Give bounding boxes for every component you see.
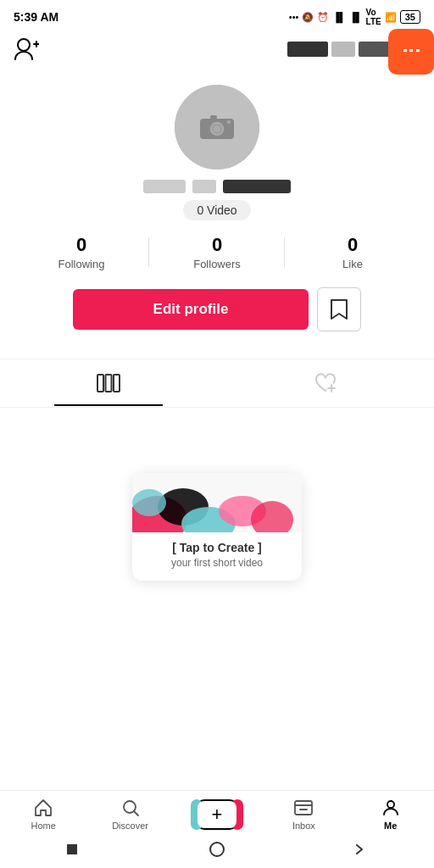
nav-inbox[interactable]: Inbox	[278, 798, 329, 831]
signal-bars2: ▐▌	[349, 12, 363, 22]
followers-label: Followers	[193, 258, 241, 270]
mute-icon: 🔕	[302, 12, 314, 23]
first-video-line2: your first short video	[146, 557, 288, 569]
nav-discover[interactable]: Discover	[105, 798, 156, 831]
svg-rect-10	[114, 375, 120, 392]
likes-count: 0	[348, 234, 358, 256]
back-button[interactable]	[64, 842, 80, 860]
action-buttons: Edit profile	[73, 287, 361, 331]
svg-rect-20	[295, 801, 312, 815]
svg-rect-22	[67, 844, 77, 854]
alarm-icon: ⏰	[317, 12, 329, 23]
following-count: 0	[76, 234, 86, 256]
edit-profile-button[interactable]: Edit profile	[73, 289, 309, 330]
likes-stat[interactable]: 0 Like	[285, 234, 420, 270]
home-icon	[33, 798, 53, 818]
likes-label: Like	[342, 258, 363, 270]
svg-point-5	[214, 125, 220, 132]
status-bar: 5:39 AM ••• 🔕 ⏰ ▐▌ ▐▌ VoLTE 📶 35	[0, 0, 434, 31]
battery-icon: 35	[400, 10, 420, 24]
home-system-icon	[209, 841, 225, 858]
grid-icon	[97, 374, 120, 392]
three-dots-icon: ⋮	[400, 42, 422, 62]
avatar-inner	[175, 85, 259, 170]
nav-me[interactable]: Me	[365, 798, 416, 831]
svg-point-23	[210, 843, 224, 856]
profile-icon	[381, 798, 401, 818]
more-options-button[interactable]: ⋮	[388, 29, 434, 75]
tap-to-create-line1: [ Tap to Create ]	[146, 541, 288, 554]
tab-liked[interactable]	[217, 359, 434, 407]
discover-label: Discover	[112, 821, 148, 831]
add-user-button[interactable]	[14, 37, 39, 61]
following-label: Following	[58, 258, 105, 270]
content-tabs	[0, 359, 434, 408]
username-block-a	[143, 180, 186, 193]
username-block-c	[223, 180, 291, 193]
followers-stat[interactable]: 0 Followers	[149, 234, 285, 270]
create-card-text: [ Tap to Create ] your first short video	[132, 532, 302, 581]
search-icon	[120, 798, 141, 818]
signal-dots: •••	[289, 12, 299, 22]
username-block-b	[192, 180, 216, 193]
create-button[interactable]: +	[196, 799, 238, 830]
svg-rect-8	[97, 375, 103, 392]
top-nav: ▾ ⋮	[0, 31, 434, 68]
back-icon	[64, 842, 80, 857]
signal-bars: ▐▌	[332, 12, 346, 22]
inbox-label: Inbox	[292, 821, 315, 831]
username-placeholder	[143, 180, 291, 193]
status-icons: ••• 🔕 ⏰ ▐▌ ▐▌ VoLTE 📶 35	[289, 8, 420, 26]
tab-videos[interactable]	[0, 360, 217, 406]
recents-icon	[354, 843, 370, 855]
recents-button[interactable]	[354, 843, 370, 859]
home-label: Home	[31, 821, 56, 831]
inbox-icon	[293, 798, 314, 818]
plus-inner: +	[198, 801, 236, 828]
me-label: Me	[384, 821, 397, 831]
nav-home[interactable]: Home	[18, 798, 69, 831]
content-area: [ Tap to Create ] your first short video	[0, 408, 434, 645]
system-nav-bar	[0, 834, 434, 868]
camera-icon	[200, 114, 234, 141]
liked-icon	[314, 373, 337, 393]
following-stat[interactable]: 0 Following	[14, 234, 149, 270]
home-system-button[interactable]	[209, 841, 225, 861]
svg-point-21	[387, 801, 394, 808]
username-block-2	[331, 42, 355, 57]
stats-row: 0 Following 0 Followers 0 Like	[14, 234, 420, 270]
svg-rect-9	[106, 375, 112, 392]
wifi-icon: 📶	[385, 12, 397, 23]
followers-count: 0	[212, 234, 222, 256]
avatar	[175, 85, 259, 170]
bottom-nav: Home Discover + Inbox Me	[0, 790, 434, 834]
plus-icon: +	[212, 805, 223, 824]
bookmark-icon	[330, 298, 348, 320]
bookmark-button[interactable]	[317, 287, 361, 331]
create-card[interactable]: [ Tap to Create ] your first short video	[132, 473, 302, 581]
status-time: 5:39 AM	[14, 10, 58, 24]
nav-plus[interactable]: +	[192, 799, 242, 830]
video-count-badge: 0 Video	[183, 200, 250, 220]
svg-point-7	[227, 120, 231, 124]
svg-point-18	[132, 489, 166, 516]
profile-section: 0 Video 0 Following 0 Followers 0 Like E…	[0, 68, 434, 359]
lte-label: VoLTE	[366, 8, 381, 26]
create-card-art	[132, 473, 302, 532]
username-block-1	[287, 42, 328, 57]
svg-rect-6	[210, 115, 217, 120]
svg-point-0	[18, 39, 30, 51]
